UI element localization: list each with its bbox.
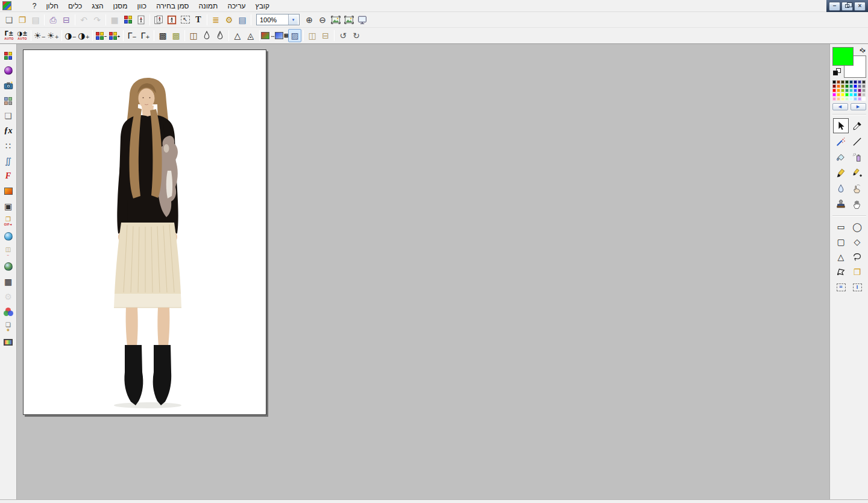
open-image-icon[interactable]: ❐: [16, 13, 29, 27]
restore-button[interactable]: [841, 2, 853, 11]
auto-gamma-icon[interactable]: Γ±AUTO: [2, 29, 16, 42]
auto-contrast-icon[interactable]: ◑±AUTO: [16, 29, 29, 42]
palette-color-18[interactable]: [841, 89, 844, 92]
close-button[interactable]: ×: [854, 2, 866, 11]
image-canvas[interactable]: [23, 49, 266, 415]
palette-color-39[interactable]: [862, 97, 866, 101]
palette-color-16[interactable]: [832, 89, 836, 92]
brightness-minus-icon[interactable]: ☀₋: [33, 29, 46, 42]
palette-color-22[interactable]: [858, 89, 861, 92]
new-page-icon[interactable]: ❏: [1, 109, 16, 123]
menu-window[interactable]: חלון: [41, 2, 63, 10]
browse-panel-icon[interactable]: ▤: [236, 13, 249, 27]
menu-edit[interactable]: עריכה: [222, 2, 250, 10]
image-resize-icon[interactable]: ↔: [262, 29, 275, 42]
rotate-left-icon[interactable]: ↺: [336, 29, 350, 42]
undo-icon[interactable]: ↶: [77, 13, 90, 27]
palette-color-33[interactable]: [837, 97, 840, 101]
menu-file[interactable]: קובץ: [251, 2, 274, 10]
foreground-color-swatch[interactable]: [832, 47, 854, 66]
menu-filter[interactable]: מסנן: [108, 2, 133, 10]
advanced-brush-tool[interactable]: [849, 165, 865, 180]
paste-as-selection-icon[interactable]: ↖: [178, 13, 192, 27]
blur-filter-icon[interactable]: [200, 29, 213, 42]
sharpen-icon[interactable]: △: [231, 29, 244, 42]
palette-color-2[interactable]: [841, 80, 844, 84]
clone-stamp-tool[interactable]: [833, 197, 849, 212]
palette-color-24[interactable]: [832, 93, 836, 96]
palette-color-23[interactable]: [862, 89, 866, 92]
palette-color-12[interactable]: [849, 84, 853, 88]
diamond-selection[interactable]: ◇: [849, 235, 865, 249]
palette-color-26[interactable]: [841, 93, 844, 96]
zoom-combobox[interactable]: ▾: [256, 14, 300, 25]
full-screen-icon[interactable]: [356, 13, 369, 27]
palette-color-35[interactable]: [845, 97, 849, 101]
brightness-plus-icon[interactable]: ☀₊: [46, 29, 60, 42]
screen-capture-icon[interactable]: [1, 78, 16, 93]
palette-color-30[interactable]: [858, 93, 861, 96]
palette-prev-button[interactable]: ◀: [832, 103, 848, 110]
menu-adjust[interactable]: כוון: [132, 2, 151, 10]
screen-gradient-icon[interactable]: [1, 335, 16, 349]
ellipse-selection[interactable]: ◯: [849, 220, 865, 234]
selection-arrow-tool[interactable]: [833, 118, 849, 133]
zoom-value-input[interactable]: [257, 14, 288, 25]
palette-color-20[interactable]: [849, 89, 853, 92]
palette-color-14[interactable]: [858, 84, 861, 88]
palette-color-19[interactable]: [845, 89, 849, 92]
menu-image[interactable]: תמונה: [193, 2, 222, 10]
palette-color-29[interactable]: [854, 93, 857, 96]
text-tool-icon[interactable]: T: [192, 13, 205, 27]
image-frame-icon[interactable]: [165, 13, 178, 27]
palette-color-1[interactable]: [837, 80, 840, 84]
palette-color-31[interactable]: [862, 93, 866, 96]
flip-horizontal-icon[interactable]: ◫: [306, 29, 319, 42]
palette-color-38[interactable]: [858, 97, 861, 101]
menu-selection[interactable]: סמן בחירה: [151, 2, 193, 10]
paintbrush-tool[interactable]: [833, 165, 849, 180]
triangle-selection[interactable]: △: [833, 250, 849, 264]
mirror-copy-icon[interactable]: ◫↔: [1, 244, 16, 259]
polygon-selection[interactable]: [833, 265, 849, 279]
palette-color-34[interactable]: [841, 97, 844, 101]
palette-color-17[interactable]: [837, 89, 840, 92]
grid-icon[interactable]: ▦: [1, 274, 16, 289]
palette-color-4[interactable]: [849, 80, 853, 84]
palette-color-7[interactable]: [862, 80, 866, 84]
explorer-icon[interactable]: ≣: [209, 13, 222, 27]
paint-bucket-tool[interactable]: [833, 150, 849, 165]
export-animation-icon[interactable]: [1, 48, 16, 63]
palette-color-13[interactable]: [854, 84, 857, 88]
reinforce-icon[interactable]: ◬: [244, 29, 257, 42]
batch-automate-icon[interactable]: ❏⚙: [1, 320, 16, 334]
sepia-icon[interactable]: ▩: [169, 29, 183, 42]
blur-tool[interactable]: [833, 181, 849, 196]
frame-icon[interactable]: ▣: [1, 199, 16, 214]
save-icon[interactable]: ▤: [29, 13, 42, 27]
gif-export-icon[interactable]: ❐GIF➜: [1, 214, 16, 229]
palette-next-button[interactable]: ▶: [851, 103, 866, 110]
image-properties-icon[interactable]: [134, 13, 148, 27]
palette-color-5[interactable]: [854, 80, 857, 84]
redo-icon[interactable]: ↷: [90, 13, 104, 27]
web-globe-icon[interactable]: [1, 229, 16, 244]
magic-wand-tool[interactable]: [833, 134, 849, 149]
canvas-size-icon[interactable]: ⊞: [275, 29, 288, 42]
fit-image-icon[interactable]: [329, 13, 342, 27]
saturation-plus-icon[interactable]: ₊: [108, 29, 121, 42]
rotate-right-icon[interactable]: ↻: [350, 29, 363, 42]
zoom-dropdown-button[interactable]: ▾: [288, 14, 298, 25]
palette-color-8[interactable]: [832, 84, 836, 88]
gradient-icon[interactable]: [1, 184, 16, 198]
zoom-in-icon[interactable]: ⊕: [303, 13, 316, 27]
line-tool[interactable]: [849, 134, 865, 149]
effects-fx-icon[interactable]: ƒx: [1, 124, 16, 138]
rgb-colors-icon[interactable]: [1, 305, 16, 319]
transparent-color-icon[interactable]: ▨: [288, 29, 301, 42]
palette-color-36[interactable]: [849, 97, 853, 101]
symmetry-icon[interactable]: ∬: [1, 154, 16, 168]
print-icon[interactable]: ⎙: [46, 13, 60, 27]
palette-color-11[interactable]: [845, 84, 849, 88]
gamma-plus-icon[interactable]: Γ₊: [139, 29, 152, 42]
